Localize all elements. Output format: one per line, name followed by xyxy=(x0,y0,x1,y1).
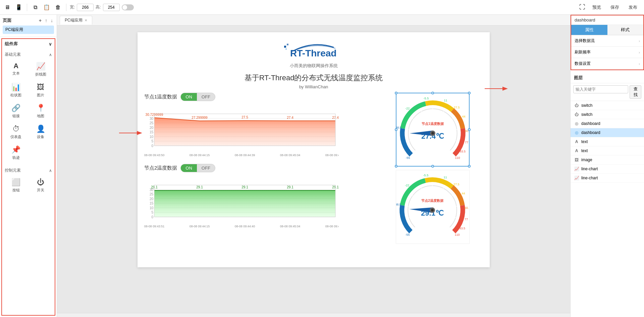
prop-data-stream[interactable]: 选择数据流 › xyxy=(571,35,643,47)
left-charts: 节点1温度数据 ON OFF xyxy=(144,93,390,244)
layer-item-linechart2[interactable]: 📈 line-chart xyxy=(571,174,644,183)
pages-title: 页面 xyxy=(3,17,11,24)
handle-bm[interactable] xyxy=(431,165,434,168)
toggle-switch[interactable] xyxy=(122,4,134,10)
node1-on-button[interactable]: ON xyxy=(181,93,197,101)
image-layer-icon: 🖼 xyxy=(574,157,579,163)
tab-style[interactable]: 样式 xyxy=(607,25,644,35)
copy-icon[interactable]: ⧉ xyxy=(31,3,40,12)
layer-item-dashboard1[interactable]: ◎ dashboard xyxy=(571,119,644,128)
node2-toggle[interactable]: ON OFF xyxy=(180,164,215,172)
monitor-icon[interactable]: 🖥 xyxy=(3,3,12,12)
lib-item-line-chart[interactable]: 📈 折线图 xyxy=(30,60,52,79)
tab-properties[interactable]: 属性 xyxy=(571,25,607,35)
tab-close-button[interactable]: ✕ xyxy=(85,18,87,22)
tablet-icon[interactable]: 📱 xyxy=(14,3,23,12)
control-elements-header[interactable]: 控制元素 ∧ xyxy=(3,166,53,175)
control-elements-chevron: ∧ xyxy=(49,168,52,173)
lib-item-link-label: 链接 xyxy=(12,114,20,119)
lib-item-device[interactable]: 👤 设备 xyxy=(30,123,52,141)
handle-bl[interactable] xyxy=(395,165,397,168)
toolbar-right: ⛶ 预览 保存 发布 xyxy=(578,3,641,12)
lib-item-switch[interactable]: ⏻ 开关 xyxy=(30,176,52,195)
layer-item-linechart1[interactable]: 📈 line-chart xyxy=(571,165,644,174)
page-item-pc[interactable]: PC端应用 xyxy=(3,26,54,34)
node1-toggle[interactable]: ON OFF xyxy=(180,93,215,101)
height-input[interactable] xyxy=(103,4,120,11)
handle-tm[interactable] xyxy=(431,92,434,94)
publish-button[interactable]: 发布 xyxy=(625,3,641,12)
canvas-scrollbar[interactable] xyxy=(57,313,570,317)
lib-item-text[interactable]: A 文本 xyxy=(5,60,28,79)
component-name: dashboard xyxy=(575,17,595,22)
layer-item-image[interactable]: 🖼 image xyxy=(571,155,644,165)
map-icon: 📍 xyxy=(36,104,45,112)
left-sidebar: 页面 + ↑ ↓ PC端应用 组件库 ∨ 基础元素 ∧ xyxy=(0,15,57,317)
handle-tr[interactable] xyxy=(468,92,471,94)
delete-icon[interactable]: 🗑 xyxy=(53,3,63,12)
handle-ml[interactable] xyxy=(395,128,397,131)
layer-search-button[interactable]: 查找 xyxy=(630,85,641,99)
node1-off-button[interactable]: OFF xyxy=(197,93,215,101)
add-page-button[interactable]: + xyxy=(38,17,43,24)
paste-icon[interactable]: 📋 xyxy=(42,3,51,12)
node1-section: 节点1温度数据 ON OFF xyxy=(144,93,390,158)
prop-refresh-rate[interactable]: 刷新频率 › xyxy=(571,47,643,58)
preview-button[interactable]: 预览 xyxy=(588,3,605,12)
lib-item-text-label: 文本 xyxy=(12,71,20,76)
node2-gauge xyxy=(396,170,469,243)
handle-br[interactable] xyxy=(468,165,471,168)
node2-gauge-container[interactable] xyxy=(396,170,470,244)
node2-chart xyxy=(144,175,339,229)
lib-item-map[interactable]: 📍 地图 xyxy=(30,102,52,121)
lib-item-link[interactable]: 🔗 链接 xyxy=(5,102,28,121)
lib-item-bar-chart[interactable]: 📊 柱状图 xyxy=(5,81,28,100)
layer-item-switch2[interactable]: ⏻ switch xyxy=(571,110,644,119)
lib-item-bar-chart-label: 柱状图 xyxy=(10,93,21,98)
canvas-scroll[interactable]: RT-Thread 小而美的物联网操作系统 基于RT-Thread的分布式无线温… xyxy=(57,26,570,313)
layer-search: 查找 xyxy=(571,83,644,101)
gauge-icon: ⏱ xyxy=(12,125,20,133)
move-page-up-button[interactable]: ↑ xyxy=(44,17,48,24)
tab-pc-app[interactable]: PC端应用 ✕ xyxy=(60,16,92,25)
lib-item-gauge[interactable]: ⏱ 仪表盘 xyxy=(5,123,28,141)
save-button[interactable]: 保存 xyxy=(606,3,623,12)
button-icon: ⬜ xyxy=(11,178,20,187)
handle-mr[interactable] xyxy=(468,128,471,131)
chevron-refresh-rate: › xyxy=(639,50,640,54)
basic-elements-header[interactable]: 基础元素 ∧ xyxy=(3,50,53,59)
image-icon: 🖼 xyxy=(37,83,44,92)
layer-item-text2-label: text xyxy=(581,148,588,153)
layer-item-dashboard1-label: dashboard xyxy=(581,121,600,126)
node2-section: 节点2温度数据 ON OFF xyxy=(144,164,390,230)
handle-tl[interactable] xyxy=(395,92,397,94)
svg-rect-3 xyxy=(284,46,286,48)
layer-panel: 图层 查找 ⏻ switch ⏻ switch ◎ dash xyxy=(571,73,644,317)
toolbar-separator2 xyxy=(66,4,66,11)
fullscreen-icon[interactable]: ⛶ xyxy=(578,3,587,12)
track-icon: 📌 xyxy=(11,145,20,154)
tab-label: PC端应用 xyxy=(65,17,83,23)
lib-item-button[interactable]: ⬜ 按钮 xyxy=(5,176,28,195)
svg-text:RT-Thread: RT-Thread xyxy=(290,48,336,58)
layer-title: 图层 xyxy=(571,73,644,83)
layer-item-dashboard2[interactable]: ◎ dashboard xyxy=(571,128,644,137)
pages-section: 页面 + ↑ ↓ PC端应用 xyxy=(0,15,57,37)
lib-item-image[interactable]: 🖼 图片 xyxy=(30,81,52,100)
layer-search-input[interactable] xyxy=(573,85,628,93)
width-input[interactable] xyxy=(77,4,94,11)
lib-item-track[interactable]: 📌 轨迹 xyxy=(5,143,28,162)
node2-off-button[interactable]: OFF xyxy=(197,164,215,172)
chevron-value-settings: › xyxy=(639,62,640,66)
layer-item-text1[interactable]: A text xyxy=(571,137,644,146)
layer-item-switch1[interactable]: ⏻ switch xyxy=(571,101,644,110)
layer-item-text2[interactable]: A text xyxy=(571,146,644,155)
pages-header-actions: + ↑ ↓ xyxy=(38,17,54,24)
prop-value-settings[interactable]: 数值设置 › xyxy=(571,58,643,70)
line-chart-icon: 📈 xyxy=(36,62,45,71)
switch-icon: ⏻ xyxy=(37,178,44,187)
node1-gauge-container[interactable] xyxy=(396,93,470,167)
node2-on-button[interactable]: ON xyxy=(181,164,197,172)
basic-elements-grid: A 文本 📈 折线图 📊 柱状图 🖼 图片 xyxy=(3,59,53,164)
move-page-down-button[interactable]: ↓ xyxy=(50,17,54,24)
